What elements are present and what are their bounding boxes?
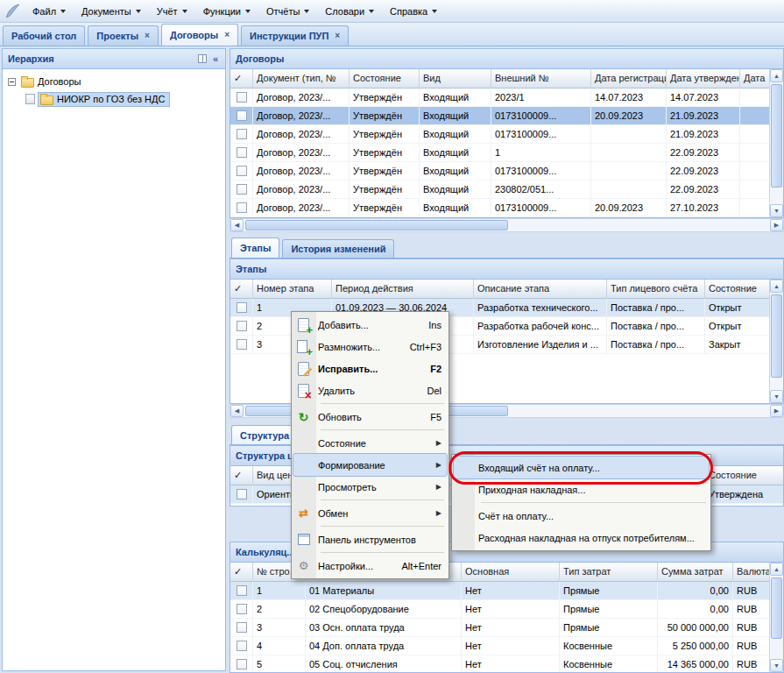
row-checkbox[interactable] [237, 92, 247, 103]
contract-row[interactable]: Договор, 2023/... Утверждён Входящий 1 2… [230, 144, 769, 162]
column-header-main[interactable]: Основная [462, 563, 560, 582]
close-tab-icon[interactable]: × [224, 31, 230, 39]
tree-node-child[interactable]: НИОКР по ГОЗ без НДС [3, 90, 225, 108]
collapse-node-icon[interactable] [8, 78, 16, 86]
menubar-item[interactable]: Справка [383, 3, 444, 20]
submenu-item-invoice[interactable]: Счёт на оплату... [454, 505, 709, 527]
close-tab-icon[interactable]: × [335, 32, 340, 40]
column-header-approval-date[interactable]: Дата утверждения [667, 69, 740, 89]
contract-row[interactable]: Договор, 2023/... Утверждён Входящий 017… [230, 199, 769, 217]
tab-stages[interactable]: Этапы [231, 237, 279, 258]
column-header-state[interactable]: Состояние [705, 466, 783, 485]
tab-contracts[interactable]: Договоры× [161, 24, 238, 46]
menu-item-settings[interactable]: Настройки... Alt+Enter [293, 555, 447, 577]
menu-item-add[interactable]: Добавить... Ins [293, 314, 447, 336]
menu-item-view[interactable]: Просмотреть ▶ [293, 476, 447, 498]
menu-item-toolbar[interactable]: Панель инструментов [293, 528, 447, 550]
select-all-header[interactable]: ✓ [230, 280, 253, 299]
scroll-left-icon[interactable]: ◀ [230, 405, 244, 417]
menu-item-edit[interactable]: Исправить... F2 [293, 358, 447, 379]
menu-item-generate[interactable]: Формирование ▶ [293, 454, 447, 476]
row-checkbox[interactable] [237, 302, 247, 313]
column-header-registration-date[interactable]: Дата регистрации [591, 69, 667, 89]
scroll-down-icon[interactable]: ▼ [770, 204, 783, 217]
row-checkbox[interactable] [237, 321, 247, 331]
scrollbar-thumb[interactable] [771, 577, 782, 639]
columns-view-icon[interactable] [198, 54, 207, 63]
row-checkbox[interactable] [237, 110, 247, 121]
tree-node-root[interactable]: Договоры [3, 73, 225, 90]
scroll-left-icon[interactable]: ◀ [230, 219, 244, 231]
menu-item-delete[interactable]: Удалить Del [293, 379, 447, 401]
tab-instructions[interactable]: Инструкции ПУП× [241, 25, 349, 46]
row-checkbox[interactable] [237, 339, 247, 350]
menubar-item[interactable]: Функции [196, 3, 258, 20]
column-header-state[interactable]: Состояние [705, 280, 769, 299]
contract-row[interactable]: Договор, 2023/... Утверждён Входящий 017… [230, 107, 769, 125]
scroll-up-icon[interactable]: ▲ [770, 563, 783, 576]
scroll-up-icon[interactable]: ▲ [770, 69, 783, 82]
column-header-external-number[interactable]: Внешний № [491, 69, 591, 89]
scroll-down-icon[interactable]: ▼ [770, 390, 783, 403]
column-header-state[interactable]: Состояние [350, 69, 420, 89]
scrollbar-thumb[interactable] [245, 220, 508, 230]
column-header-period[interactable]: Период действия [332, 280, 474, 299]
select-all-header[interactable]: ✓ [230, 69, 253, 89]
menubar-item[interactable]: Словари [318, 3, 381, 20]
column-header-description[interactable]: Описание этапа [474, 280, 607, 299]
contracts-horizontal-scrollbar[interactable]: ◀ ▶ [230, 218, 784, 232]
close-tab-icon[interactable]: × [145, 32, 150, 40]
tab-desktop[interactable]: Рабочий стол [3, 25, 85, 46]
calculation-row[interactable]: 3 03 Осн. оплата труда Нет Прямые 50 000… [230, 619, 769, 637]
row-checkbox[interactable] [237, 184, 247, 195]
menu-item-exchange[interactable]: Обмен ▶ [293, 502, 447, 524]
row-checkbox[interactable] [237, 622, 247, 633]
collapse-panel-icon[interactable]: « [211, 54, 220, 64]
column-header-account-type[interactable]: Тип лицевого счёта [607, 280, 705, 299]
tab-structure[interactable]: Структура [231, 425, 298, 444]
contract-row[interactable]: Договор, 2023/... Утверждён Входящий 017… [230, 162, 769, 181]
row-checkbox[interactable] [237, 202, 247, 213]
calculation-row[interactable]: 1 01 Материалы Нет Прямые 0,00 RUB [230, 582, 769, 600]
scrollbar-thumb[interactable] [771, 84, 782, 188]
contracts-vertical-scrollbar[interactable]: ▲ ▼ [769, 69, 783, 217]
menu-item-state[interactable]: Состояние ▶ [293, 432, 447, 454]
column-header-stage-number[interactable]: Номер этапа [253, 280, 332, 299]
calculation-row[interactable]: 4 04 Доп. оплата труда Нет Косвенные 5 2… [230, 637, 769, 655]
menubar-item[interactable]: Отчёты [259, 3, 316, 20]
tab-history[interactable]: История изменений [282, 239, 394, 258]
menu-item-duplicate[interactable]: Размножить... Ctrl+F3 [293, 336, 447, 358]
scroll-right-icon[interactable]: ▶ [770, 219, 783, 231]
row-checkbox[interactable] [237, 641, 247, 651]
menu-item-refresh[interactable]: Обновить F5 [293, 406, 447, 428]
column-header-cost-sum[interactable]: Сумма затрат [658, 563, 733, 582]
scroll-right-icon[interactable]: ▶ [770, 405, 783, 417]
column-header-document[interactable]: Документ (тип, № [253, 69, 350, 89]
calculation-row[interactable]: 5 05 Соц. отчисления Нет Косвенные 14 36… [230, 655, 769, 672]
row-checkbox[interactable] [237, 147, 247, 158]
row-checkbox[interactable] [237, 129, 247, 139]
tab-projects[interactable]: Проекты× [88, 25, 159, 46]
row-checkbox[interactable] [237, 489, 247, 499]
select-all-header[interactable]: ✓ [230, 563, 253, 582]
contract-row[interactable]: Договор, 2023/... Утверждён Входящий 230… [230, 181, 769, 199]
menubar-item[interactable]: Файл [25, 3, 73, 20]
row-checkbox[interactable] [237, 604, 247, 614]
scroll-down-icon[interactable]: ▼ [770, 659, 783, 672]
calculation-row[interactable]: 2 02 Спецоборудование Нет Прямые 0,00 RU… [230, 600, 769, 619]
menubar-item[interactable]: Документы [74, 3, 148, 20]
row-checkbox[interactable] [237, 659, 247, 669]
submenu-item-receipt-note[interactable]: Приходная накладная... [454, 478, 709, 500]
scroll-up-icon[interactable]: ▲ [770, 280, 783, 293]
submenu-item-dispatch-note[interactable]: Расходная накладная на отпуск потребител… [454, 527, 709, 549]
scrollbar-thumb[interactable] [771, 294, 782, 378]
stages-vertical-scrollbar[interactable]: ▲ ▼ [769, 280, 783, 403]
submenu-item-incoming-invoice[interactable]: Входящий счёт на оплату... [454, 457, 709, 478]
calculation-vertical-scrollbar[interactable]: ▲ ▼ [769, 563, 783, 672]
column-header-cost-type[interactable]: Тип затрат [560, 563, 658, 582]
column-header-date[interactable]: Дата [740, 69, 769, 89]
contract-row[interactable]: Договор, 2023/... Утверждён Входящий 017… [230, 125, 769, 144]
row-checkbox[interactable] [237, 585, 247, 596]
column-header-currency[interactable]: Валюта [733, 563, 769, 582]
menubar-item[interactable]: Учёт [150, 3, 194, 20]
